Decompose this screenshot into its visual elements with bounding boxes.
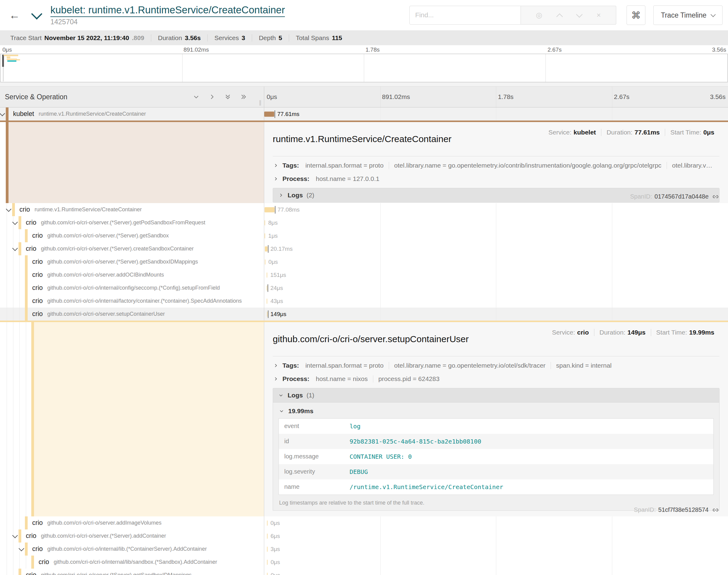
span-name-cell[interactable]: crioruntime.v1.RuntimeService/CreateCont… (0, 203, 264, 216)
logs-accordion[interactable]: Logs(1) (273, 388, 720, 403)
span-timeline-cell[interactable]: 151μs (264, 268, 728, 281)
span-name-cell[interactable]: criogithub.com/cri-o/cri-o/internal/conf… (0, 281, 264, 295)
span-service-name: crio (32, 258, 43, 266)
span-timeline-cell[interactable]: 77.08ms (264, 203, 728, 216)
find-input[interactable]: Find... (409, 6, 521, 25)
span-name-cell[interactable]: criogithub.com/cri-o/cri-o/server.(*Serv… (0, 569, 264, 575)
span-row[interactable]: criogithub.com/cri-o/cri-o/internal/lib.… (0, 543, 728, 555)
span-name-cell[interactable]: criogithub.com/cri-o/cri-o/server.(*Serv… (0, 530, 264, 543)
span-timeline-cell[interactable]: 0μs (264, 555, 728, 569)
minimap-scrubber-handle[interactable] (2, 55, 4, 67)
find-clear-close-icon[interactable]: × (596, 11, 601, 19)
span-name-cell[interactable]: kubeletruntime.v1.RuntimeService/CreateC… (0, 107, 264, 121)
span-duration-bar[interactable] (267, 560, 268, 565)
trace-title-chevron-down-icon[interactable] (31, 8, 42, 20)
span-row[interactable]: criogithub.com/cri-o/cri-o/server.(*Serv… (0, 242, 728, 255)
span-name-cell[interactable]: criogithub.com/cri-o/cri-o/server.(*Serv… (0, 216, 264, 229)
span-row[interactable]: criogithub.com/cri-o/cri-o/server.addOCI… (0, 268, 728, 281)
span-row[interactable]: kubeletruntime.v1.RuntimeService/CreateC… (0, 107, 728, 121)
span-timeline-cell[interactable]: 0μs (264, 516, 728, 530)
span-duration-bar[interactable] (265, 246, 268, 251)
span-duration-bar[interactable] (267, 546, 268, 552)
ruler-tick-1: 891.02ms (382, 93, 410, 100)
span-duration-bar[interactable] (267, 533, 268, 539)
span-duration-bar[interactable] (267, 285, 267, 291)
find-prev-chevron-up-icon[interactable] (556, 13, 563, 20)
tags-accordion[interactable]: Tags:internal.span.format = protootel.li… (273, 159, 720, 172)
span-row[interactable]: criogithub.com/cri-o/cri-o/internal/fact… (0, 295, 728, 308)
span-duration-bar[interactable] (267, 573, 268, 575)
indent-guide (26, 555, 26, 569)
column-resizer-handle[interactable]: ∥ (259, 99, 262, 106)
span-timeline-cell[interactable]: 0μs (264, 255, 728, 268)
span-service-name: crio (32, 271, 43, 279)
span-end-tick-marker (268, 310, 268, 318)
span-collapse-chevron-icon[interactable] (0, 110, 5, 116)
span-timeline-cell[interactable]: 77.61ms (264, 107, 728, 121)
span-timeline-cell[interactable]: 1μs (264, 229, 728, 242)
trace-minimap[interactable] (0, 54, 728, 82)
span-duration-bar[interactable] (267, 298, 267, 304)
span-duration-bar[interactable] (267, 520, 268, 526)
span-name-cell[interactable]: criogithub.com/cri-o/cri-o/server.(*Serv… (0, 255, 264, 268)
span-operation-name: github.com/cri-o/cri-o/server.addImageVo… (47, 520, 162, 526)
deep-link-icon[interactable] (712, 507, 719, 513)
log-entry-toggle[interactable]: 19.99ms (278, 404, 714, 418)
span-duration-bar[interactable] (265, 233, 265, 238)
span-name-cell[interactable]: criogithub.com/cri-o/cri-o/server.setupC… (0, 308, 264, 320)
span-duration-bar[interactable] (265, 220, 265, 225)
span-row[interactable]: criogithub.com/cri-o/cri-o/internal/conf… (0, 281, 728, 295)
collapse-all-double-chevron-down-icon[interactable] (225, 94, 231, 100)
span-row[interactable]: criogithub.com/cri-o/cri-o/server.(*Serv… (0, 569, 728, 575)
back-button[interactable]: ← (5, 9, 24, 22)
span-end-tick-marker (275, 206, 275, 213)
span-name-cell[interactable]: criogithub.com/cri-o/cri-o/internal/fact… (0, 295, 264, 308)
span-duration-label: 0μs (271, 520, 280, 527)
span-duration-bar[interactable] (265, 259, 265, 264)
span-timeline-cell[interactable]: 20.17ms (264, 242, 728, 255)
span-name-cell[interactable]: criogithub.com/cri-o/cri-o/internal/lib.… (0, 543, 264, 555)
span-row[interactable]: criogithub.com/cri-o/cri-o/internal/lib/… (0, 555, 728, 569)
span-duration-bar[interactable] (267, 311, 268, 317)
span-timeline-cell[interactable]: 8μs (264, 216, 728, 229)
trace-view-selector[interactable]: Trace Timeline (653, 5, 723, 25)
span-service-name: crio (32, 284, 43, 292)
ruler-tick-0: 0μs (267, 93, 277, 100)
span-duration-bar[interactable] (265, 207, 274, 212)
span-timeline-cell[interactable]: 6μs (264, 530, 728, 543)
span-name-cell[interactable]: criogithub.com/cri-o/cri-o/server.(*Serv… (0, 242, 264, 255)
tags-item: internal.span.format = proto (300, 162, 389, 169)
indent-guide (20, 281, 20, 295)
span-name-cell[interactable]: criogithub.com/cri-o/cri-o/internal/lib/… (0, 555, 264, 569)
span-name-cell[interactable]: criogithub.com/cri-o/cri-o/server.addIma… (0, 516, 264, 530)
process-accordion[interactable]: Process:host.name = 127.0.0.1 (273, 172, 720, 185)
expand-one-chevron-right-icon[interactable] (209, 94, 215, 100)
span-duration-bar[interactable] (267, 272, 267, 277)
span-row[interactable]: criogithub.com/cri-o/cri-o/server.(*Serv… (0, 229, 728, 242)
span-row[interactable]: criogithub.com/cri-o/cri-o/server.addIma… (0, 516, 728, 530)
span-row[interactable]: criogithub.com/cri-o/cri-o/server.(*Serv… (0, 530, 728, 543)
keyboard-shortcuts-button[interactable]: ⌘ (627, 5, 646, 25)
find-next-chevron-down-icon[interactable] (576, 11, 583, 18)
service-operation-title: Service & Operation (5, 93, 193, 101)
span-name-cell[interactable]: criogithub.com/cri-o/cri-o/server.addOCI… (0, 268, 264, 281)
collapse-one-chevron-down-icon[interactable] (193, 94, 200, 100)
trace-title-link[interactable]: kubelet: runtime.v1.RuntimeService/Creat… (51, 4, 285, 17)
span-timeline-cell[interactable]: 149μs (264, 308, 728, 320)
locate-span-icon[interactable]: ◎ (536, 11, 542, 19)
span-color-band (12, 203, 15, 216)
span-timeline-cell[interactable]: 3μs (264, 543, 728, 555)
span-timeline-cell[interactable]: 43μs (264, 295, 728, 308)
span-row[interactable]: criogithub.com/cri-o/cri-o/server.(*Serv… (0, 255, 728, 268)
process-accordion[interactable]: Process:host.name = nixosprocess.pid = 6… (273, 372, 720, 385)
span-row[interactable]: crioruntime.v1.RuntimeService/CreateCont… (0, 203, 728, 216)
span-duration-bar[interactable] (264, 111, 274, 116)
span-row[interactable]: criogithub.com/cri-o/cri-o/server.setupC… (0, 308, 728, 320)
span-timeline-cell[interactable]: 24μs (264, 281, 728, 295)
span-name-cell[interactable]: criogithub.com/cri-o/cri-o/server.(*Serv… (0, 229, 264, 242)
span-row[interactable]: criogithub.com/cri-o/cri-o/server.(*Serv… (0, 216, 728, 229)
expand-all-double-chevron-right-icon[interactable] (240, 94, 247, 100)
deep-link-icon[interactable] (712, 193, 719, 200)
span-timeline-cell[interactable]: 0μs (264, 569, 728, 575)
tags-accordion[interactable]: Tags:internal.span.format = protootel.li… (273, 359, 720, 372)
